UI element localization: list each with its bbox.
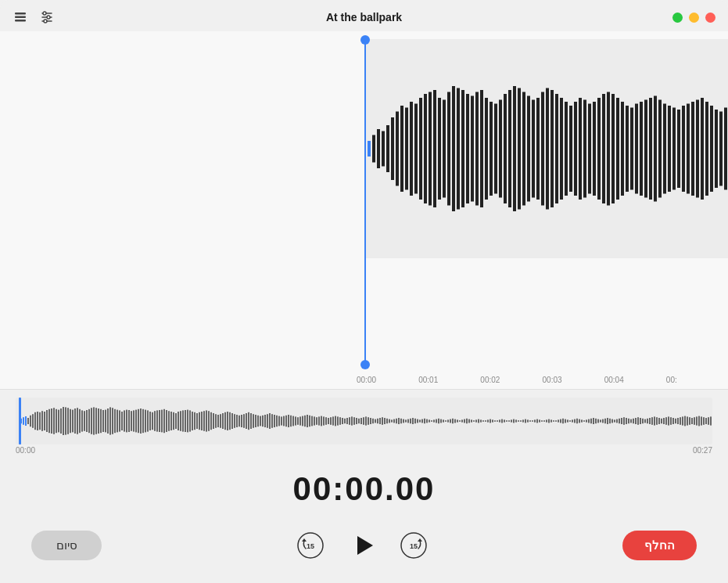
sliders-icon[interactable] bbox=[39, 9, 55, 25]
playhead[interactable] bbox=[364, 39, 366, 365]
time-marker-1: 00:01 bbox=[418, 376, 480, 384]
time-markers-row: 00:00 00:01 00:02 00:03 00:04 00: bbox=[0, 376, 728, 384]
time-marker-5: 00: bbox=[666, 376, 728, 384]
svg-marker-12 bbox=[357, 536, 373, 555]
minimize-button[interactable] bbox=[689, 13, 699, 23]
overview-time-start: 00:00 bbox=[16, 446, 35, 455]
forward-button[interactable]: 15 bbox=[396, 528, 431, 563]
overview-playhead[interactable] bbox=[19, 398, 21, 444]
svg-marker-11 bbox=[302, 538, 307, 542]
controls-bar: סיום 15 15 bbox=[0, 514, 728, 583]
window-title: At the ballpark bbox=[326, 11, 402, 23]
svg-text:15: 15 bbox=[410, 542, 418, 550]
layers-icon[interactable] bbox=[13, 9, 28, 25]
waveform-main-area[interactable]: 00:00 00:01 00:02 00:03 00:04 00: bbox=[0, 31, 728, 389]
overview-time-row: 00:00 00:27 bbox=[16, 444, 712, 455]
time-marker-3: 00:03 bbox=[543, 376, 604, 384]
svg-point-6 bbox=[47, 16, 50, 19]
playhead-bottom-handle[interactable] bbox=[360, 360, 370, 369]
timestamp-value: 00:00.00 bbox=[293, 470, 436, 507]
done-button[interactable]: סיום bbox=[31, 531, 102, 560]
svg-rect-1 bbox=[15, 16, 26, 19]
transport-controls: 15 15 bbox=[293, 527, 431, 564]
time-marker-0: 00:00 bbox=[357, 376, 418, 384]
playhead-top-handle[interactable] bbox=[360, 35, 370, 45]
svg-point-8 bbox=[44, 20, 47, 23]
waveform-overview[interactable]: 00:00 00:27 bbox=[0, 390, 728, 458]
window-controls bbox=[672, 13, 715, 23]
time-marker-4: 00:04 bbox=[604, 376, 666, 384]
rewind-button[interactable]: 15 bbox=[293, 528, 328, 563]
svg-text:15: 15 bbox=[307, 542, 314, 550]
svg-point-4 bbox=[43, 12, 46, 15]
close-button[interactable] bbox=[705, 13, 715, 23]
rewind-icon: 15 bbox=[296, 531, 325, 560]
svg-rect-0 bbox=[15, 13, 26, 15]
toolbar-left bbox=[13, 9, 55, 25]
svg-marker-15 bbox=[418, 538, 422, 542]
overview-waveform-bg bbox=[16, 398, 712, 444]
maximize-button[interactable] bbox=[672, 13, 683, 23]
title-bar: At the ballpark bbox=[0, 0, 728, 31]
forward-icon: 15 bbox=[400, 531, 428, 560]
svg-rect-2 bbox=[15, 20, 26, 22]
overview-canvas bbox=[16, 398, 712, 444]
time-marker-2: 00:02 bbox=[480, 376, 542, 384]
play-icon bbox=[345, 528, 379, 563]
timestamp-display: 00:00.00 bbox=[0, 458, 728, 514]
record-button[interactable]: החלף bbox=[622, 531, 697, 560]
overview-time-end: 00:27 bbox=[693, 446, 712, 455]
play-button[interactable] bbox=[343, 527, 381, 564]
